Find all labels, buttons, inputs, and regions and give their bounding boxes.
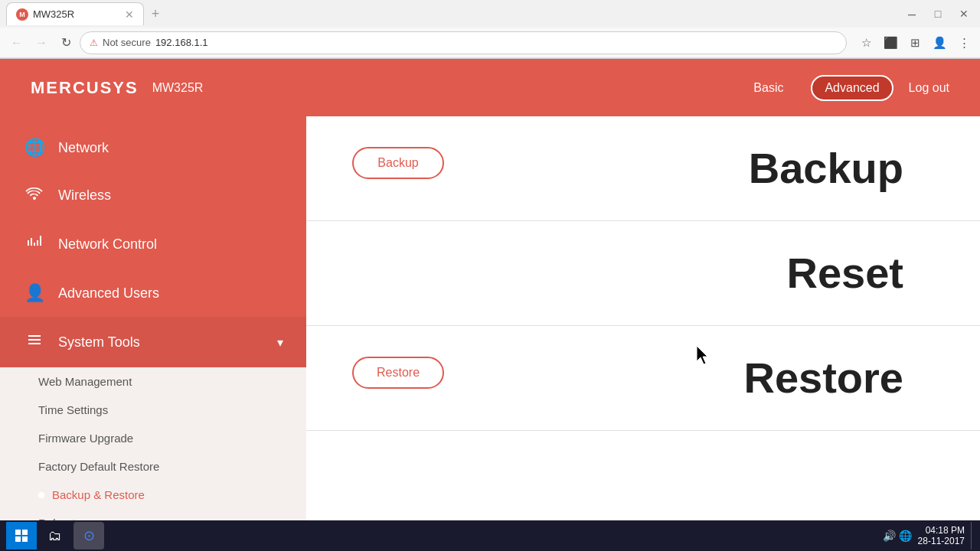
- sidebar-item-advanced-users[interactable]: 👤 Advanced Users: [0, 269, 306, 317]
- sidebar-label-system-tools: System Tools: [58, 334, 140, 350]
- network-icon: 🌐: [23, 138, 46, 158]
- security-icon: ⚠: [90, 37, 98, 48]
- tab-title: MW325R: [33, 8, 74, 20]
- extensions-icon[interactable]: ⊞: [905, 33, 925, 53]
- restore-button[interactable]: Restore: [352, 357, 444, 389]
- reset-title: Reset: [786, 252, 903, 295]
- taskbar-date: 28-11-2017: [918, 536, 965, 546]
- restore-title: Restore: [743, 357, 903, 399]
- taskbar-time: 04:18 PM: [918, 525, 965, 536]
- advanced-nav-button[interactable]: Advanced: [811, 75, 893, 101]
- account-icon[interactable]: 👤: [929, 33, 949, 53]
- backup-button[interactable]: Backup: [352, 147, 444, 179]
- sidebar-item-wireless[interactable]: Wireless: [0, 171, 306, 219]
- reset-section: Reset: [306, 221, 980, 326]
- taskbar-clock: 04:18 PM 28-11-2017: [918, 525, 965, 546]
- network-control-icon: [23, 233, 46, 256]
- menu-icon[interactable]: ⋮: [954, 33, 974, 53]
- address-text: 192.168.1.1: [155, 37, 208, 48]
- active-indicator: [38, 492, 44, 498]
- sidebar-label-advanced-users: Advanced Users: [58, 285, 159, 302]
- submenu-label-factory-default-restore: Factory Default Restore: [38, 460, 159, 473]
- start-button[interactable]: [6, 522, 37, 549]
- submenu-item-backup-restore[interactable]: Backup & Restore: [0, 481, 306, 509]
- sidebar-item-system-tools[interactable]: System Tools ▾: [0, 317, 306, 367]
- tab-close-button[interactable]: ✕: [125, 8, 134, 21]
- backup-title: Backup: [749, 147, 903, 190]
- wireless-icon: [23, 185, 46, 205]
- maximize-button[interactable]: □: [928, 4, 948, 24]
- logout-button[interactable]: Log out: [909, 81, 949, 95]
- address-bar[interactable]: ⚠ Not secure 192.168.1.1: [80, 31, 847, 54]
- basic-nav-button[interactable]: Basic: [741, 77, 795, 99]
- svg-rect-3: [22, 536, 28, 542]
- security-text: Not secure: [103, 37, 151, 48]
- cast-icon[interactable]: ⬛: [880, 33, 900, 53]
- taskbar-show-desktop[interactable]: [971, 522, 974, 549]
- sidebar-item-network[interactable]: 🌐 Network: [0, 124, 306, 171]
- system-tools-chevron-icon: ▾: [277, 335, 283, 350]
- router-header: MERCUSYS MW325R Basic Advanced Log out: [0, 59, 980, 116]
- tab-favicon: M: [16, 8, 28, 21]
- svg-rect-0: [15, 530, 21, 535]
- new-tab-button[interactable]: +: [144, 2, 167, 25]
- submenu-item-firmware-upgrade[interactable]: Firmware Upgrade: [0, 424, 306, 452]
- submenu-label-firmware-upgrade: Firmware Upgrade: [38, 432, 133, 445]
- model-text: MW325R: [152, 81, 204, 95]
- advanced-users-icon: 👤: [23, 283, 46, 303]
- submenu-item-factory-default-restore[interactable]: Factory Default Restore: [0, 452, 306, 481]
- browser-tab[interactable]: M MW325R ✕: [6, 2, 144, 25]
- sidebar-label-network-control: Network Control: [58, 236, 157, 253]
- svg-rect-2: [15, 536, 21, 542]
- refresh-button[interactable]: ↻: [55, 32, 77, 54]
- backup-action: Backup: [352, 147, 444, 179]
- restore-section: Restore Restore: [306, 326, 980, 431]
- submenu-label-backup-restore: Backup & Restore: [52, 488, 145, 501]
- submenu-label-time-settings: Time Settings: [38, 403, 108, 416]
- taskbar-pinned-icons: 🗂 ⊙: [40, 522, 104, 549]
- sidebar: 🌐 Network Wireless: [0, 116, 306, 551]
- minimize-button[interactable]: –: [902, 4, 922, 24]
- back-button[interactable]: ←: [6, 32, 28, 54]
- submenu-item-web-management[interactable]: Web Management: [0, 367, 306, 396]
- taskbar-system-icons: 🔊 🌐: [883, 530, 912, 542]
- taskbar-explorer-icon[interactable]: 🗂: [40, 522, 70, 549]
- logo-text: MERCUSYS: [31, 78, 139, 98]
- backup-section: Backup Backup: [306, 116, 980, 221]
- submenu-item-time-settings[interactable]: Time Settings: [0, 396, 306, 424]
- forward-button[interactable]: →: [31, 32, 52, 54]
- logo-area: MERCUSYS MW325R: [31, 78, 203, 98]
- header-nav: Basic Advanced Log out: [741, 75, 949, 101]
- content-area: Backup Backup Reset Restore: [306, 116, 980, 551]
- sidebar-label-network: Network: [58, 140, 109, 156]
- taskbar-system-area: 🔊 🌐 04:18 PM 28-11-2017: [883, 522, 974, 549]
- sidebar-label-wireless: Wireless: [58, 187, 111, 204]
- bookmark-star-icon[interactable]: ☆: [856, 33, 876, 53]
- system-tools-icon: [23, 331, 46, 354]
- svg-rect-1: [22, 530, 28, 535]
- taskbar-chrome-icon[interactable]: ⊙: [74, 522, 104, 549]
- close-button[interactable]: ✕: [954, 4, 974, 24]
- submenu-label-web-management: Web Management: [38, 375, 132, 388]
- restore-action: Restore: [352, 357, 444, 389]
- sidebar-item-network-control[interactable]: Network Control: [0, 219, 306, 269]
- taskbar: 🗂 ⊙ 🔊 🌐 04:18 PM 28-11-2017: [0, 520, 980, 551]
